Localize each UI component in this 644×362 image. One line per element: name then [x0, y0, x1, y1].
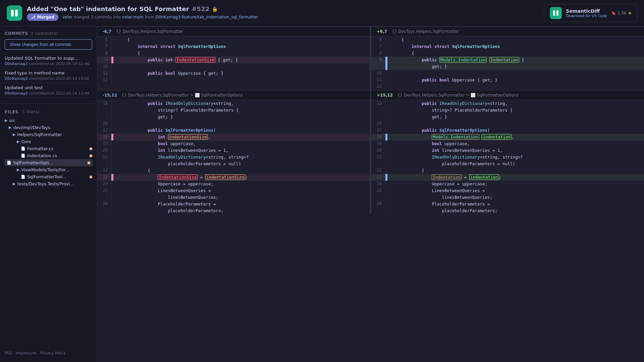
hunk1-right-path: {} DevToys.Helpers.SqlFormatter	[392, 29, 459, 34]
tree-item-sqlformattertool[interactable]: 📄 SqlFormatterTool...	[5, 173, 92, 180]
changed-indicator	[88, 162, 90, 164]
diff-line: 22 {	[97, 167, 370, 174]
diff-line: 15 public IReadOnlyDictionary<string,	[97, 100, 370, 107]
diff-line: 17 public SqlFormatterOptions(	[371, 127, 644, 134]
commit-item[interactable]: Updated unit test D0nKarnag3 committed o…	[5, 83, 92, 98]
diff-line: 8 {	[97, 50, 370, 57]
commit-item[interactable]: Fixed typo in method name D0nKarnag3 com…	[5, 68, 92, 83]
semantic-diff-widget[interactable]: SemanticDiff Download for VS Code 🔖 1.6K…	[544, 4, 637, 22]
folder-icon: ▶	[9, 125, 11, 130]
diff-line-deleted: 23 IndentationSize = indentationSize;	[97, 174, 370, 181]
diff-line-added: 23 Indentation = indentation;	[371, 174, 644, 181]
sd-info: SemanticDiff Download for VS Code	[566, 8, 607, 18]
files-title: FILES 5 file(s)	[5, 110, 92, 114]
folder-icon: ▶	[13, 132, 15, 137]
merged-badge: ⎇ Merged	[27, 13, 58, 21]
diff-line: placeholderParameters;	[97, 207, 370, 214]
commit-item[interactable]: Updated SQL Formatter to supp... D0nKarn…	[5, 54, 92, 68]
hunk2-right-range: +15,12	[377, 93, 393, 98]
header-left: Added "One tab" indentation for SQL Form…	[7, 5, 258, 21]
privacy-link[interactable]: Privacy Policy	[40, 351, 65, 355]
files-section: FILES 5 file(s) ▶ src ▶ dev/impl/DevToys…	[0, 106, 97, 191]
header-title-area: Added "One tab" indentation for SQL Form…	[27, 5, 258, 21]
diff-line: 6 {	[97, 37, 370, 43]
commits-section: COMMITS 3 commit(s) Show changes from al…	[0, 26, 97, 101]
diff-line: 11 public bool Uppercase { get; }	[97, 70, 370, 77]
hunk2-right-header: +15,12 {} DevToys.Helpers.SqlFormatter >…	[371, 90, 644, 100]
tree-item-tests[interactable]: ▶ tests/DevToys.Tests/Provi...	[5, 180, 92, 187]
commit-message: Fixed typo in method name	[5, 70, 92, 75]
show-changes-button[interactable]: Show changes from all commits	[5, 39, 92, 50]
hunk2-right-pane: 15 public IReadOnlyDictionary<string, st…	[371, 100, 644, 214]
commit-author[interactable]: D0nKarnag3	[5, 62, 28, 66]
diff-line-added: get; }	[371, 63, 644, 70]
bookmark-icon: 🔖	[611, 11, 616, 15]
sidebar-divider	[0, 103, 97, 104]
svg-rect-3	[556, 10, 558, 16]
tree-item-viewmodels[interactable]: ▶ ViewModels/Tools/For...	[5, 166, 92, 173]
diff-line: 6 {	[371, 37, 644, 43]
faq-link[interactable]: FAQ	[5, 351, 12, 355]
diff-line: 10	[371, 70, 644, 77]
diff-line: 16	[97, 120, 370, 127]
author-link[interactable]: veler	[62, 15, 72, 19]
tree-item-indentation[interactable]: 📄 Indentation.cs	[5, 152, 92, 159]
hunk1-content: 6 { 7 internal struct SqlFormatterOption…	[97, 37, 644, 90]
commit-meta: D0nKarnag3 committed on 2022-05-14 12:46	[5, 62, 92, 66]
pr-number: #522	[192, 5, 210, 12]
diff-line: 24 Uppercase = uppercase;	[97, 181, 370, 187]
commits-title: COMMITS 3 commit(s)	[5, 31, 92, 36]
diff-line: get; }	[371, 114, 644, 120]
file-icon: 📄	[7, 161, 11, 165]
folder-icon: ▶	[13, 182, 15, 186]
header: Added "One tab" indentation for SQL Form…	[0, 0, 644, 26]
commit-author[interactable]: D0nKarnag3	[5, 91, 28, 96]
changed-indicator	[90, 176, 92, 178]
diff-line: 20 int linesBetweenQueries = 1,	[97, 147, 370, 154]
star-count: 1.6K	[618, 11, 627, 15]
diff-line: placeholderParameters = null)	[97, 161, 370, 167]
diff-line-added: 18 Models.Indentation indentation,	[371, 134, 644, 140]
title-text: Added "One tab" indentation for SQL Form…	[27, 5, 189, 12]
diff-line: 16	[371, 120, 644, 127]
diff-line: 26 PlaceholderParameters =	[371, 201, 644, 207]
hunk1-right-range: +6,7	[377, 29, 387, 34]
hunk1-right-pane: 6 { 7 internal struct SqlFormatterOption…	[371, 37, 644, 90]
file-icon: 📄	[21, 146, 25, 151]
sd-subtitle[interactable]: Download for VS Code	[566, 14, 607, 18]
header-subtitle: ⎇ Merged veler merged 3 commits into vel…	[27, 13, 258, 21]
hunk1-left-pane: 6 { 7 internal struct SqlFormatterOption…	[97, 37, 371, 90]
diff-line: 12	[371, 83, 644, 90]
diff-line: string>? PlaceholderParameters {	[371, 107, 644, 114]
commit-author[interactable]: D0nKarnag3	[5, 76, 28, 81]
lock-icon: 🔒	[212, 6, 218, 12]
diff-line: 26 PlaceholderParameters =	[97, 201, 370, 207]
diff-line: placeholderParameters;	[371, 207, 644, 214]
hunk2-content: 15 public IReadOnlyDictionary<string, st…	[97, 100, 644, 214]
diff-line-deleted: 18 int indentationSize,	[97, 134, 370, 140]
impressum-link[interactable]: Impressum	[16, 351, 36, 355]
diff-line: 19 bool uppercase,	[371, 140, 644, 147]
diff-line: 21 IReadOnlyDictionary<string, string>?	[371, 154, 644, 161]
tree-item-devtoys[interactable]: ▶ dev/impl/DevToys	[5, 124, 92, 131]
svg-rect-2	[553, 10, 555, 16]
diff-line: 19 bool uppercase,	[97, 140, 370, 147]
diff-line: linesBetweenQueries;	[97, 194, 370, 201]
sd-stats: 🔖 1.6K ★	[611, 11, 632, 15]
diff-line: 11 public bool Uppercase { get; }	[371, 77, 644, 83]
tree-item-core[interactable]: ▶ Core	[5, 138, 92, 145]
star-icon: ★	[628, 11, 632, 15]
diff-line: 8 {	[371, 50, 644, 57]
target-branch-link[interactable]: veler:main	[122, 15, 144, 19]
tree-item-src[interactable]: ▶ src	[5, 117, 92, 124]
source-branch-link[interactable]: D0nKarnag3:feature/tab_indentation_sql_f…	[155, 15, 258, 19]
diff-line: 12	[97, 77, 370, 83]
header-title: Added "One tab" indentation for SQL Form…	[27, 5, 258, 12]
diff-line: 24 Uppercase = uppercase;	[371, 181, 644, 187]
hunk1-header: -6,7 {} DevToys.Helpers.SqlFormatter +6,…	[97, 26, 644, 37]
diff-line: 15 public IReadOnlyDictionary<string,	[371, 100, 644, 107]
diff-line: get; }	[97, 114, 370, 120]
tree-item-sqlformatteroptions[interactable]: 📄 SqlFormatterOpti...	[5, 159, 92, 166]
tree-item-helpers[interactable]: ▶ Helpers/SqlFormatter	[5, 131, 92, 138]
tree-item-formatter[interactable]: 📄 Formatter.cs	[5, 145, 92, 152]
